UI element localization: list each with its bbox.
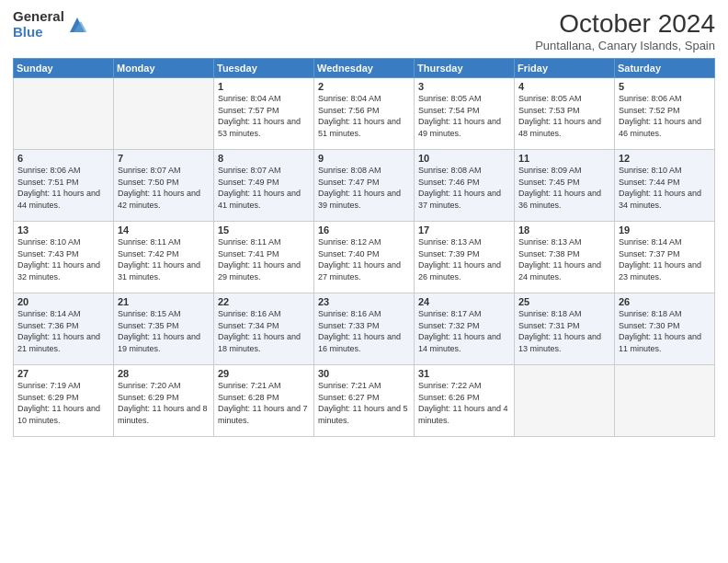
calendar-cell: 27Sunrise: 7:19 AM Sunset: 6:29 PM Dayli… [14, 365, 114, 437]
calendar-cell: 5Sunrise: 8:06 AM Sunset: 7:52 PM Daylig… [615, 78, 715, 150]
calendar-cell: 19Sunrise: 8:14 AM Sunset: 7:37 PM Dayli… [615, 222, 715, 293]
calendar-cell: 9Sunrise: 8:08 AM Sunset: 7:47 PM Daylig… [314, 150, 415, 222]
calendar-cell: 26Sunrise: 8:18 AM Sunset: 7:30 PM Dayli… [615, 293, 715, 365]
calendar-cell: 25Sunrise: 8:18 AM Sunset: 7:31 PM Dayli… [515, 293, 615, 365]
day-number: 30 [318, 368, 410, 379]
day-number: 27 [17, 368, 109, 379]
day-info: Sunrise: 8:04 AM Sunset: 7:57 PM Dayligh… [218, 93, 310, 139]
day-info: Sunrise: 8:07 AM Sunset: 7:50 PM Dayligh… [118, 165, 210, 211]
calendar-cell: 23Sunrise: 8:16 AM Sunset: 7:33 PM Dayli… [314, 293, 415, 365]
col-tuesday: Tuesday [214, 59, 314, 78]
day-info: Sunrise: 7:20 AM Sunset: 6:29 PM Dayligh… [118, 380, 210, 426]
calendar-cell: 2Sunrise: 8:04 AM Sunset: 7:56 PM Daylig… [314, 78, 415, 150]
day-info: Sunrise: 8:14 AM Sunset: 7:37 PM Dayligh… [619, 236, 711, 282]
day-number: 8 [218, 153, 310, 164]
day-number: 6 [17, 153, 109, 164]
calendar-header: Sunday Monday Tuesday Wednesday Thursday… [14, 59, 715, 78]
title-area: October 2024 Puntallana, Canary Islands,… [535, 9, 715, 52]
day-number: 28 [118, 368, 210, 379]
calendar-week-4: 20Sunrise: 8:14 AM Sunset: 7:36 PM Dayli… [14, 293, 715, 365]
col-wednesday: Wednesday [314, 59, 415, 78]
day-number: 18 [518, 224, 610, 236]
calendar-cell [14, 78, 114, 150]
day-info: Sunrise: 8:07 AM Sunset: 7:49 PM Dayligh… [218, 165, 310, 211]
day-info: Sunrise: 8:08 AM Sunset: 7:46 PM Dayligh… [418, 165, 510, 211]
calendar-cell: 17Sunrise: 8:13 AM Sunset: 7:39 PM Dayli… [415, 222, 515, 293]
location-title: Puntallana, Canary Islands, Spain [535, 39, 715, 52]
day-info: Sunrise: 8:11 AM Sunset: 7:42 PM Dayligh… [118, 236, 210, 282]
calendar-body: 1Sunrise: 8:04 AM Sunset: 7:57 PM Daylig… [14, 78, 715, 437]
day-number: 17 [418, 224, 510, 236]
day-info: Sunrise: 8:09 AM Sunset: 7:45 PM Dayligh… [518, 165, 610, 211]
calendar-cell: 24Sunrise: 8:17 AM Sunset: 7:32 PM Dayli… [415, 293, 515, 365]
calendar-cell: 14Sunrise: 8:11 AM Sunset: 7:42 PM Dayli… [114, 222, 214, 293]
calendar-cell: 3Sunrise: 8:05 AM Sunset: 7:54 PM Daylig… [415, 78, 515, 150]
day-number: 20 [17, 296, 109, 307]
day-number: 31 [418, 368, 510, 379]
day-info: Sunrise: 8:12 AM Sunset: 7:40 PM Dayligh… [318, 236, 410, 282]
calendar-cell: 18Sunrise: 8:13 AM Sunset: 7:38 PM Dayli… [515, 222, 615, 293]
calendar-week-2: 6Sunrise: 8:06 AM Sunset: 7:51 PM Daylig… [14, 150, 715, 222]
day-info: Sunrise: 7:19 AM Sunset: 6:29 PM Dayligh… [17, 380, 109, 426]
day-number: 13 [17, 224, 109, 236]
calendar-cell: 6Sunrise: 8:06 AM Sunset: 7:51 PM Daylig… [14, 150, 114, 222]
day-number: 3 [418, 81, 510, 92]
day-number: 22 [218, 296, 310, 307]
day-info: Sunrise: 7:22 AM Sunset: 6:26 PM Dayligh… [418, 380, 510, 426]
calendar-week-5: 27Sunrise: 7:19 AM Sunset: 6:29 PM Dayli… [14, 365, 715, 437]
day-number: 2 [318, 81, 410, 92]
logo-area: General Blue [13, 9, 88, 40]
day-number: 25 [518, 296, 610, 307]
day-number: 14 [118, 224, 210, 236]
calendar-cell: 13Sunrise: 8:10 AM Sunset: 7:43 PM Dayli… [14, 222, 114, 293]
col-monday: Monday [114, 59, 214, 78]
day-info: Sunrise: 8:17 AM Sunset: 7:32 PM Dayligh… [418, 308, 510, 354]
calendar-cell: 4Sunrise: 8:05 AM Sunset: 7:53 PM Daylig… [515, 78, 615, 150]
calendar-cell: 15Sunrise: 8:11 AM Sunset: 7:41 PM Dayli… [214, 222, 314, 293]
day-number: 4 [518, 81, 610, 92]
day-number: 29 [218, 368, 310, 379]
calendar-cell: 21Sunrise: 8:15 AM Sunset: 7:35 PM Dayli… [114, 293, 214, 365]
day-number: 16 [318, 224, 410, 236]
day-info: Sunrise: 7:21 AM Sunset: 6:27 PM Dayligh… [318, 380, 410, 426]
day-info: Sunrise: 8:13 AM Sunset: 7:39 PM Dayligh… [418, 236, 510, 282]
day-info: Sunrise: 8:15 AM Sunset: 7:35 PM Dayligh… [118, 308, 210, 354]
col-thursday: Thursday [415, 59, 515, 78]
calendar-week-3: 13Sunrise: 8:10 AM Sunset: 7:43 PM Dayli… [14, 222, 715, 293]
month-title: October 2024 [535, 9, 715, 39]
day-number: 10 [418, 153, 510, 164]
day-number: 12 [619, 153, 711, 164]
calendar-cell: 8Sunrise: 8:07 AM Sunset: 7:49 PM Daylig… [214, 150, 314, 222]
calendar-cell: 29Sunrise: 7:21 AM Sunset: 6:28 PM Dayli… [214, 365, 314, 437]
day-info: Sunrise: 8:06 AM Sunset: 7:51 PM Dayligh… [17, 165, 109, 211]
calendar-cell [114, 78, 214, 150]
day-info: Sunrise: 8:16 AM Sunset: 7:34 PM Dayligh… [218, 308, 310, 354]
day-info: Sunrise: 8:05 AM Sunset: 7:53 PM Dayligh… [518, 93, 610, 139]
day-info: Sunrise: 7:21 AM Sunset: 6:28 PM Dayligh… [218, 380, 310, 426]
logo-text: General Blue [13, 9, 64, 40]
logo-general: General [13, 9, 64, 25]
logo-icon [66, 14, 88, 36]
calendar-cell: 22Sunrise: 8:16 AM Sunset: 7:34 PM Dayli… [214, 293, 314, 365]
day-info: Sunrise: 8:14 AM Sunset: 7:36 PM Dayligh… [17, 308, 109, 354]
col-saturday: Saturday [615, 59, 715, 78]
header-row: Sunday Monday Tuesday Wednesday Thursday… [14, 59, 715, 78]
day-number: 26 [619, 296, 711, 307]
calendar-cell: 30Sunrise: 7:21 AM Sunset: 6:27 PM Dayli… [314, 365, 415, 437]
day-number: 23 [318, 296, 410, 307]
day-number: 1 [218, 81, 310, 92]
day-number: 21 [118, 296, 210, 307]
calendar-cell: 1Sunrise: 8:04 AM Sunset: 7:57 PM Daylig… [214, 78, 314, 150]
calendar-cell: 11Sunrise: 8:09 AM Sunset: 7:45 PM Dayli… [515, 150, 615, 222]
col-friday: Friday [515, 59, 615, 78]
day-info: Sunrise: 8:08 AM Sunset: 7:47 PM Dayligh… [318, 165, 410, 211]
calendar-week-1: 1Sunrise: 8:04 AM Sunset: 7:57 PM Daylig… [14, 78, 715, 150]
day-number: 9 [318, 153, 410, 164]
header: General Blue October 2024 Puntallana, Ca… [13, 9, 715, 52]
calendar-cell: 12Sunrise: 8:10 AM Sunset: 7:44 PM Dayli… [615, 150, 715, 222]
day-number: 5 [619, 81, 711, 92]
day-number: 15 [218, 224, 310, 236]
calendar-cell: 28Sunrise: 7:20 AM Sunset: 6:29 PM Dayli… [114, 365, 214, 437]
calendar-cell: 20Sunrise: 8:14 AM Sunset: 7:36 PM Dayli… [14, 293, 114, 365]
calendar-page: General Blue October 2024 Puntallana, Ca… [0, 0, 728, 563]
